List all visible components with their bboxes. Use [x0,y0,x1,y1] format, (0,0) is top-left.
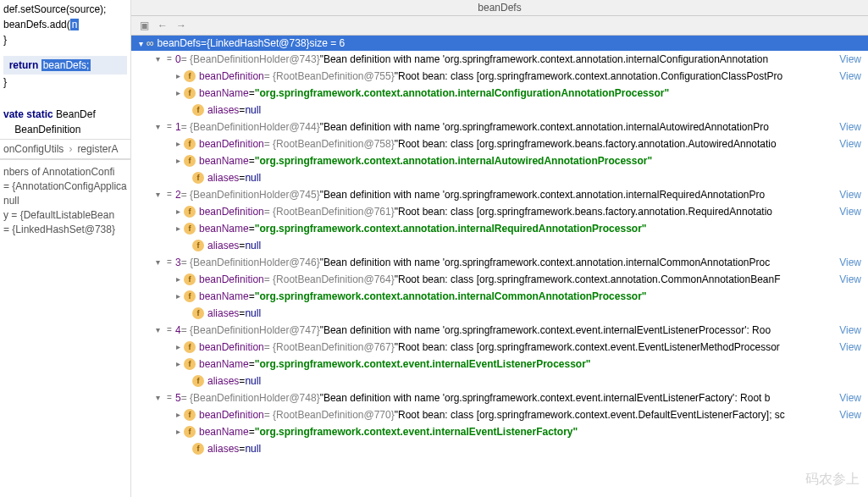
tree-field[interactable]: ▸ f beanDefinition = {RootBeanDefinition… [131,135,868,152]
view-link[interactable]: View [839,187,868,202]
frame-item[interactable]: = {AnnotationConfigApplica [3,179,127,194]
toggle-icon[interactable]: ▾ [152,255,163,270]
toggle-icon[interactable]: ▸ [172,289,184,304]
tree-field[interactable]: ▸ f beanName = "org.springframework.cont… [131,423,868,440]
tree-field[interactable]: f aliases = null [131,102,868,119]
view-link[interactable]: View [839,272,868,287]
frame-item[interactable]: null [3,194,127,208]
tree-field[interactable]: ▸ f beanDefinition = {RootBeanDefinition… [131,406,868,423]
tree-entry[interactable]: ▾ = 0 = {BeanDefinitionHolder@743} "Bean… [131,51,868,68]
tree-field[interactable]: f aliases = null [131,237,868,254]
toggle-icon[interactable]: ▾ [152,187,163,202]
breadcrumb-item[interactable]: onConfigUtils [3,143,64,155]
tree-field[interactable]: ▸ f beanDefinition = {RootBeanDefinition… [131,271,868,288]
tree-entry[interactable]: ▾ = 1 = {BeanDefinitionHolder@744} "Bean… [131,119,868,135]
field-name: aliases [207,102,239,118]
entry-desc: "Bean definition with name 'org.springfr… [320,390,771,406]
breadcrumb-item[interactable]: registerA [77,143,118,155]
toggle-icon[interactable]: ▾ [152,390,163,406]
toggle-icon[interactable]: ▸ [172,221,184,236]
aliases-value: null [245,306,261,321]
tree-field[interactable]: ▸ f beanName = "org.springframework.cont… [131,152,868,169]
field-name: beanDefinition [199,272,264,287]
tree-field[interactable]: ▸ f beanDefinition = {RootBeanDefinition… [131,203,868,220]
toggle-icon[interactable]: ▾ [152,119,163,135]
field-icon: f [192,375,204,387]
frame-item[interactable]: = {LinkedHashSet@738} [3,223,127,237]
breadcrumb[interactable]: onConfigUtils › registerA [0,139,130,159]
toggle-icon[interactable]: ▾ [152,52,163,67]
aliases-value: null [245,238,261,253]
bean-name-value: "org.springframework.context.annotation.… [255,86,669,101]
view-link[interactable]: View [839,69,868,84]
tree-entry[interactable]: ▾ = 3 = {BeanDefinitionHolder@746} "Bean… [131,254,868,271]
view-link[interactable]: View [839,390,868,406]
toggle-icon[interactable]: ▾ [152,323,163,338]
tree-field[interactable]: f aliases = null [131,169,868,186]
tree-field[interactable]: f aliases = null [131,373,868,389]
entry-desc: "Bean definition with name 'org.springfr… [320,187,766,202]
collapse-icon[interactable]: ▣ [140,19,149,31]
tree-entry[interactable]: ▾ = 5 = {BeanDefinitionHolder@748} "Bean… [131,389,868,406]
frame-item[interactable]: nbers of AnnotationConfi [3,165,127,179]
view-link[interactable]: View [839,119,868,135]
toggle-icon[interactable]: ▸ [172,153,184,168]
toggle-icon[interactable]: ▸ [172,407,184,422]
field-name: aliases [207,441,239,456]
toggle-icon[interactable]: ▸ [172,86,184,101]
toggle-icon[interactable]: ▸ [172,424,184,439]
view-link[interactable]: View [839,136,868,152]
code-line: } [3,75,127,90]
equals-icon: = [163,119,175,135]
tree-root[interactable]: ▾ ∞ beanDefs = {LinkedHashSet@738} size … [131,36,868,51]
toggle-icon[interactable]: ▸ [172,136,184,152]
tree-field[interactable]: ▸ f beanDefinition = {RootBeanDefinition… [131,68,868,85]
view-link[interactable]: View [839,323,868,338]
toggle-icon[interactable]: ▾ [135,39,147,48]
field-name: beanName [199,289,249,304]
tree-field[interactable]: ▸ f beanName = "org.springframework.cont… [131,356,868,373]
bean-name-value: "org.springframework.context.event.inter… [255,424,578,439]
toggle-icon[interactable]: ▸ [172,204,184,219]
tree-field[interactable]: ▸ f beanName = "org.springframework.cont… [131,85,868,102]
tree-field[interactable]: f aliases = null [131,305,868,322]
tree-field[interactable]: f aliases = null [131,440,868,457]
toggle-icon[interactable]: ▸ [172,340,184,355]
field-icon: f [192,240,204,251]
frame-item[interactable]: y = {DefaultListableBean [3,208,127,223]
field-icon: f [184,155,196,167]
code-line: } [3,32,127,47]
view-link[interactable]: View [839,204,868,219]
tree-field[interactable]: ▸ f beanName = "org.springframework.cont… [131,288,868,305]
entry-desc: "Bean definition with name 'org.springfr… [320,255,771,270]
tree-entry[interactable]: ▾ = 2 = {BeanDefinitionHolder@745} "Bean… [131,186,868,203]
field-name: beanDefinition [199,407,264,422]
view-link[interactable]: View [839,255,868,270]
toggle-icon[interactable]: ▸ [172,272,184,287]
view-link[interactable]: View [839,52,868,67]
field-name: beanName [199,153,249,168]
code-line: BeanDefinition [3,122,127,137]
aliases-value: null [245,373,261,389]
field-value: "Root bean: class [org.springframework.b… [395,204,772,219]
debugger-toolbar: ▣ ← → [131,16,868,36]
field-name: aliases [207,373,239,389]
field-name: beanName [199,356,249,372]
tree-entry[interactable]: ▾ = 4 = {BeanDefinitionHolder@747} "Bean… [131,322,868,339]
chevron-right-icon: › [69,143,72,155]
field-value: "Root bean: class [org.springframework.c… [395,272,781,287]
field-value: "Root bean: class [org.springframework.c… [395,407,785,422]
forward-icon[interactable]: → [176,19,186,31]
field-icon: f [184,409,196,421]
view-link[interactable]: View [839,407,868,422]
toggle-icon[interactable]: ▸ [172,356,184,372]
variables-tree[interactable]: ▾ ∞ beanDefs = {LinkedHashSet@738} size … [131,36,868,497]
tree-field[interactable]: ▸ f beanDefinition = {RootBeanDefinition… [131,339,868,356]
field-icon: f [184,206,196,218]
watermark: 码农参上 [805,471,860,489]
tree-field[interactable]: ▸ f beanName = "org.springframework.cont… [131,220,868,237]
aliases-value: null [245,170,261,185]
view-link[interactable]: View [839,340,868,355]
toggle-icon[interactable]: ▸ [172,69,184,84]
back-icon[interactable]: ← [158,19,168,31]
